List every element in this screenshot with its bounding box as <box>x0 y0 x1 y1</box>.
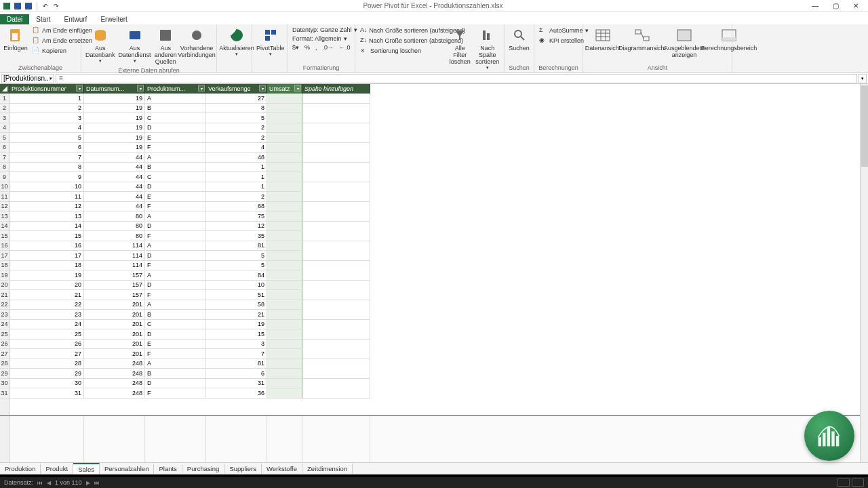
cell[interactable] <box>302 202 370 212</box>
show-hidden-button[interactable]: Ausgeblendete anzeigen <box>665 26 704 60</box>
calc-cell[interactable] <box>145 416 206 462</box>
cell[interactable] <box>267 270 302 281</box>
cell[interactable]: 29 <box>9 369 84 379</box>
cell[interactable]: A <box>145 94 206 104</box>
cell[interactable]: D <box>145 222 206 232</box>
table-row[interactable]: 744A48 <box>9 152 370 163</box>
cell[interactable] <box>267 349 302 359</box>
cell[interactable]: 4 <box>206 143 267 153</box>
cell[interactable]: E <box>145 340 206 350</box>
row-header[interactable]: 21 <box>0 290 9 300</box>
cell[interactable] <box>302 152 370 163</box>
cell[interactable]: B <box>145 163 206 173</box>
cell[interactable]: E <box>145 192 206 202</box>
cell[interactable]: F <box>145 261 206 271</box>
from-service-button[interactable]: Aus Datendienst▾ <box>118 26 152 65</box>
row-header[interactable]: 22 <box>0 300 9 310</box>
cell[interactable]: 19 <box>206 320 267 330</box>
cell[interactable]: D <box>145 182 206 192</box>
cell[interactable]: 5 <box>206 113 267 123</box>
cell[interactable] <box>302 251 370 261</box>
cell[interactable]: 1 <box>206 163 267 173</box>
cell[interactable]: 27 <box>206 94 267 104</box>
column-header[interactable]: Produktionsnummer▾ <box>9 84 84 94</box>
name-box[interactable]: [Produktionsn...▾ <box>1 74 54 83</box>
table-row[interactable]: 1380A75 <box>9 211 370 222</box>
row-header[interactable]: 5 <box>0 133 9 143</box>
calc-cell[interactable] <box>9 416 84 462</box>
cell[interactable]: 10 <box>206 281 267 291</box>
cell[interactable]: 1 <box>206 172 267 182</box>
calc-cell[interactable] <box>84 416 145 462</box>
refresh-button[interactable]: Aktualisieren▾ <box>220 26 254 58</box>
cell[interactable] <box>267 104 302 114</box>
next-record-button[interactable]: ▶ <box>86 480 90 486</box>
cell[interactable] <box>267 123 302 134</box>
cell[interactable]: 21 <box>9 290 84 300</box>
cell[interactable]: A <box>145 211 206 222</box>
cell[interactable] <box>302 369 370 379</box>
cell[interactable] <box>302 281 370 291</box>
scroll-thumb[interactable] <box>861 85 868 167</box>
cell[interactable] <box>302 113 370 123</box>
existing-conn-button[interactable]: Vorhandene Verbindungen <box>180 26 214 60</box>
cell[interactable] <box>267 241 302 251</box>
cell[interactable]: 17 <box>9 251 84 261</box>
row-header[interactable]: 4 <box>0 123 9 134</box>
row-header[interactable]: 24 <box>0 320 9 330</box>
row-header[interactable]: 26 <box>0 340 9 350</box>
formula-input[interactable]: = <box>56 74 857 83</box>
row-header[interactable]: 18 <box>0 261 9 271</box>
cell[interactable] <box>267 369 302 379</box>
table-row[interactable]: 1144E2 <box>9 192 370 202</box>
cell[interactable] <box>267 310 302 320</box>
cell[interactable]: 58 <box>206 300 267 310</box>
table-row[interactable]: 844B1 <box>9 163 370 173</box>
cell[interactable] <box>302 270 370 281</box>
cell[interactable] <box>267 300 302 310</box>
table-row[interactable]: 25201D15 <box>9 329 370 340</box>
cell[interactable]: 8 <box>9 163 84 173</box>
cell[interactable] <box>302 379 370 389</box>
cell[interactable]: 114 <box>84 261 145 271</box>
cell[interactable] <box>267 290 302 300</box>
row-header[interactable]: 2 <box>0 104 9 114</box>
cell[interactable]: 248 <box>84 369 145 379</box>
cell[interactable]: 4 <box>9 123 84 134</box>
cell[interactable]: 30 <box>9 379 84 389</box>
cell[interactable]: 26 <box>9 340 84 350</box>
cell[interactable]: 2 <box>206 192 267 202</box>
cell[interactable]: 44 <box>84 202 145 212</box>
calc-area-button[interactable]: Berechnungsbereich <box>705 26 753 53</box>
sheet-tab[interactable]: Produktion <box>0 464 41 474</box>
table-row[interactable]: 16114A81 <box>9 241 370 251</box>
cell[interactable]: B <box>145 104 206 114</box>
cell[interactable]: 5 <box>206 261 267 271</box>
data-grid[interactable]: Produktionsnummer▾Datumsnum...▾Produktnu… <box>0 84 868 462</box>
search-button[interactable]: Suchen <box>507 26 531 53</box>
grid-view-button[interactable] <box>837 479 850 487</box>
cell[interactable]: F <box>145 349 206 359</box>
cell[interactable] <box>267 222 302 232</box>
cell[interactable]: B <box>145 369 206 379</box>
cell[interactable]: 6 <box>9 143 84 153</box>
cell[interactable]: 16 <box>9 241 84 251</box>
cell[interactable]: A <box>145 270 206 281</box>
cell[interactable] <box>267 359 302 369</box>
from-db-button[interactable]: Aus Datenbank▾ <box>84 26 117 65</box>
calculation-area[interactable] <box>0 415 860 462</box>
cell[interactable]: 201 <box>84 349 145 359</box>
cell[interactable]: 12 <box>9 202 84 212</box>
table-row[interactable]: 619F4 <box>9 143 370 153</box>
cell[interactable] <box>302 222 370 232</box>
cell[interactable]: 201 <box>84 320 145 330</box>
filter-dropdown-icon[interactable]: ▾ <box>76 85 83 92</box>
cell[interactable]: 44 <box>84 182 145 192</box>
row-header[interactable]: 1 <box>0 94 9 104</box>
cell[interactable]: 201 <box>84 340 145 350</box>
cell[interactable] <box>302 192 370 202</box>
column-header[interactable]: Umsatz▾ <box>267 84 302 94</box>
cell[interactable] <box>267 182 302 192</box>
row-header[interactable]: 29 <box>0 369 9 379</box>
cell[interactable]: 201 <box>84 329 145 340</box>
